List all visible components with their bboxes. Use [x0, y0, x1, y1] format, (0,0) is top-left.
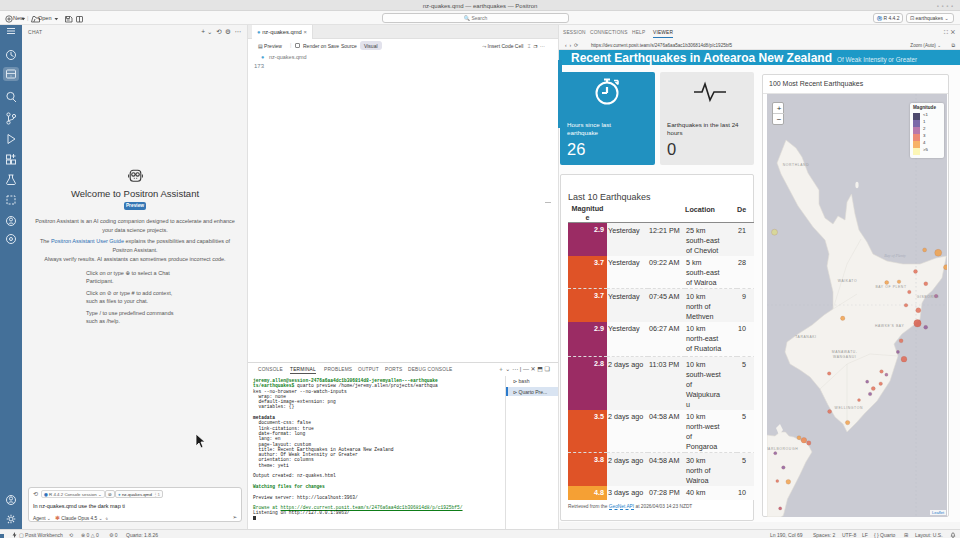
svg-text:WANGANUI: WANGANUI [833, 355, 856, 359]
svg-text:Bay of Plenty: Bay of Plenty [884, 253, 906, 258]
svg-text:BAY OF PLENT: BAY OF PLENT [875, 285, 906, 289]
svg-text:MANAWATU-: MANAWATU- [832, 350, 858, 354]
svg-text:HAWKE'S BAY: HAWKE'S BAY [875, 324, 904, 328]
svg-text:WAIKATO: WAIKATO [838, 279, 857, 283]
svg-text:MARLBOROUGH: MARLBOROUGH [767, 447, 798, 451]
svg-text:TARANAKI: TARANAKI [795, 335, 817, 339]
svg-text:WELLINGTON: WELLINGTON [835, 406, 863, 410]
svg-text:NORTHLAND: NORTHLAND [783, 163, 809, 167]
